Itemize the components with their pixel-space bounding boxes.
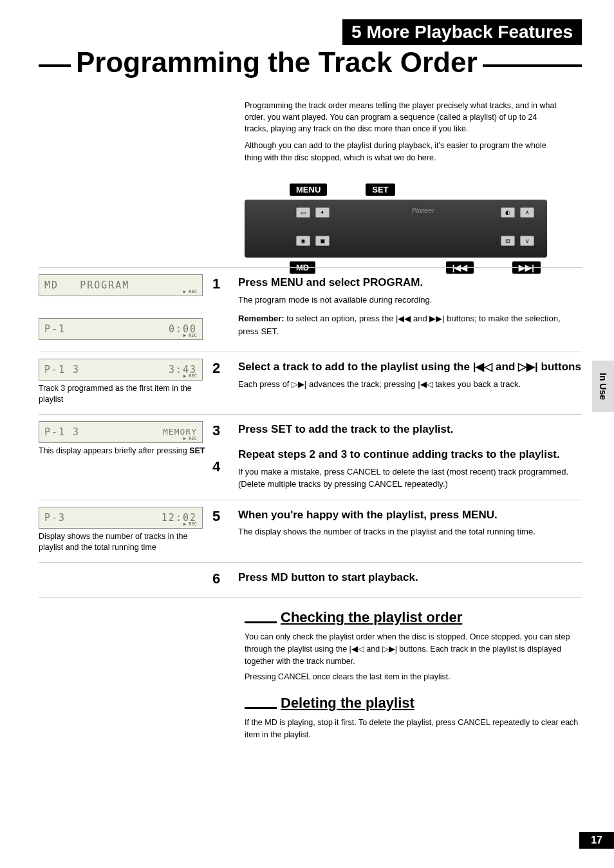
- md-icon: ◉: [296, 236, 310, 246]
- side-tab: In Use: [592, 361, 614, 412]
- menu-icon: ▭: [296, 207, 310, 218]
- step-title: Press MD button to start playback.: [238, 569, 582, 586]
- step-number: 4: [212, 458, 238, 475]
- step-2: P-1 3 3:43 ▶ REC Track 3 programmed as t…: [39, 352, 582, 415]
- brand-text: Pioneer: [412, 207, 434, 214]
- step-number: 3: [212, 422, 238, 439]
- vol-icon: ⊟: [501, 236, 515, 246]
- subsection-body: You can only check the playlist order wh…: [245, 631, 582, 683]
- intro-text: Programming the track order means tellin…: [245, 100, 563, 169]
- lcd-caption: Display shows the number of tracks in th…: [39, 531, 206, 553]
- page-number: 17: [579, 832, 614, 849]
- remote-diagram: MENU SET ▭ ✦ ◉ ▣ ◐ ∧ ⊟ ∨ Pioneer MD |◀◀ …: [245, 184, 563, 274]
- subsection-heading: Deleting the playlist: [277, 695, 418, 712]
- set-label: SET: [366, 184, 395, 196]
- subsection-heading: Checking the playlist order: [277, 609, 466, 626]
- lcd-display: P-1 0:00 ▶ REC: [39, 318, 203, 340]
- lcd-display: P-1 3 MEMORY ▶ REC: [39, 421, 203, 443]
- step-body: Remember: to select an option, press the…: [238, 312, 582, 337]
- step-title: Press SET to add the track to the playli…: [238, 421, 582, 438]
- step-number: 1: [212, 274, 238, 292]
- step-6: 6 Press MD button to start playback.: [39, 563, 582, 598]
- step-title: When you're happy with the playlist, pre…: [238, 507, 582, 524]
- step-number: 6: [212, 569, 238, 587]
- subsection-body: If the MD is playing, stop it first. To …: [245, 717, 582, 741]
- step-title: Press MENU and select PROGRAM.: [238, 274, 582, 291]
- lcd-caption: This display appears briefly after press…: [39, 446, 206, 457]
- step-number: 2: [212, 359, 238, 377]
- remote-body: ▭ ✦ ◉ ▣ ◐ ∧ ⊟ ∨ Pioneer: [245, 200, 547, 258]
- step-body: The display shows the number of tracks i…: [238, 525, 582, 538]
- chapter-label: 5 More Playback Features: [342, 19, 582, 45]
- subsection-checking: Checking the playlist order: [245, 609, 582, 626]
- eq-icon: ◐: [501, 207, 515, 218]
- lcd-caption: Track 3 programmed as the first item in …: [39, 383, 206, 405]
- lcd-display: P-3 12:02 ▶ REC: [39, 507, 203, 529]
- subsection-deleting: Deleting the playlist: [245, 695, 582, 712]
- step-title: Repeat steps 2 and 3 to continue adding …: [238, 446, 582, 463]
- lcd-display: P-1 3 3:43 ▶ REC: [39, 359, 203, 381]
- lcd-display: MD PROGRAM ▶ REC: [39, 274, 203, 296]
- page-title: Programming the Track Order: [71, 46, 483, 79]
- up-icon: ∧: [520, 207, 534, 218]
- cancel-icon: ▣: [315, 236, 330, 246]
- step-body: The program mode is not available during…: [238, 294, 582, 307]
- step-body: If you make a mistake, press CANCEL to d…: [238, 466, 582, 491]
- step-body: Each press of ▷▶| advances the track; pr…: [238, 378, 582, 391]
- section-title: Programming the Track Order: [39, 46, 582, 79]
- menu-label: MENU: [290, 184, 327, 196]
- step-5: P-3 12:02 ▶ REC Display shows the number…: [39, 500, 582, 563]
- down-icon: ∨: [520, 236, 534, 246]
- step-3-4: P-1 3 MEMORY ▶ REC This display appears …: [39, 415, 582, 500]
- step-1: MD PROGRAM ▶ REC P-1 0:00 ▶ REC 1 Press …: [39, 267, 582, 352]
- step-number: 5: [212, 507, 238, 525]
- step-title: Select a track to add to the playlist us…: [238, 359, 582, 375]
- set-icon: ✦: [315, 207, 330, 218]
